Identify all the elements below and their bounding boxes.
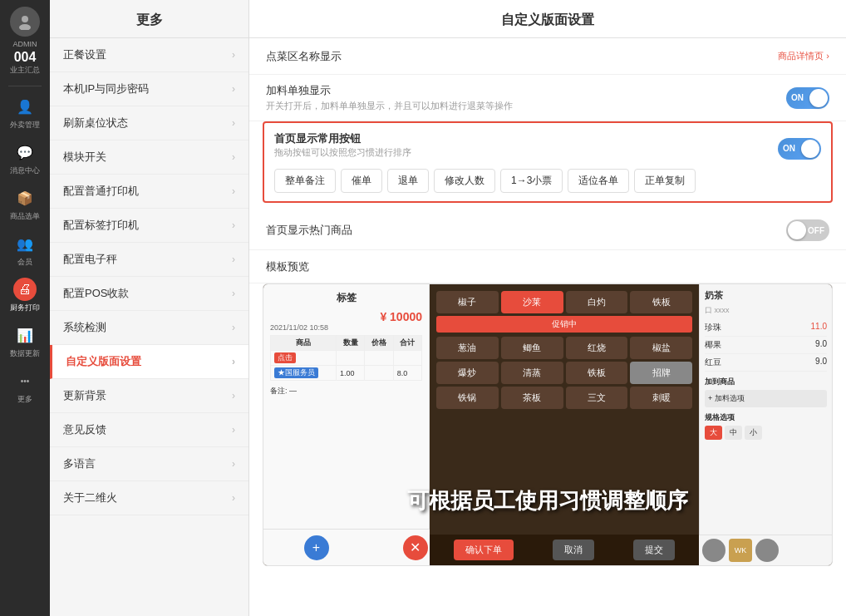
receipt-note: 备注: —	[270, 386, 422, 397]
quick-buttons-toggle-label: ON	[783, 144, 795, 153]
menu-item-feedback[interactable]: 意见反馈 ›	[50, 413, 248, 447]
menu-item-about[interactable]: 关于二维火 ›	[50, 481, 248, 515]
receipt-title: 标签	[270, 291, 422, 305]
sidebar-item-print[interactable]: 🖨 厨务打印	[10, 278, 40, 313]
action-btn-add[interactable]: +	[304, 535, 329, 560]
quick-buttons-list: 整单备注 催单 退单 修改人数 1→3小票 适位各单 正单复制	[274, 169, 821, 193]
menu-item-scale-label: 配置电子秤	[63, 252, 117, 267]
chevron-right-icon: ›	[232, 254, 235, 265]
menu-item-scale[interactable]: 配置电子秤 ›	[50, 243, 248, 277]
col-total: 合计	[393, 336, 421, 351]
table-row: ★国服务员 1.00 8.0	[271, 366, 422, 381]
menu-item-1[interactable]: 椒子	[436, 291, 499, 313]
submit-btn[interactable]: 提交	[633, 540, 675, 560]
sidebar-divider	[8, 86, 42, 86]
menu-item-13[interactable]: 铁锅	[436, 387, 499, 409]
item-qty	[336, 351, 364, 366]
sidebar-item-waiter[interactable]: 👤 外卖管理	[10, 95, 40, 131]
action-btn-cancel[interactable]: ✕	[403, 535, 428, 560]
sidebar: ADMIN 004 业主汇总 👤 外卖管理 💬 消息中心 📦 商品选单 👥 会员…	[0, 0, 50, 616]
chevron-right-icon: ›	[232, 219, 235, 231]
quick-btn-count[interactable]: 修改人数	[434, 169, 495, 193]
menu-item-pos[interactable]: 配置POS收款 ›	[50, 277, 248, 311]
confirm-order-btn[interactable]: 确认下单	[454, 540, 514, 560]
sidebar-item-members[interactable]: 👥 会员	[13, 232, 37, 268]
menu-item-background[interactable]: 更新背景 ›	[50, 379, 248, 413]
receipt-date: 2021/11/02 10:58	[270, 323, 422, 332]
chevron-right-icon: ›	[232, 49, 235, 61]
circle-btn-2[interactable]: WK	[729, 539, 752, 562]
menu-item-7[interactable]: 红烧	[566, 337, 628, 359]
circle-btn-3[interactable]	[755, 539, 779, 562]
hot-items-toggle-knob	[788, 221, 806, 239]
sidebar-item-more[interactable]: ••• 更多	[13, 369, 37, 405]
menu-item-module-label: 模块开关	[63, 150, 106, 165]
promo-banner: 促销中	[436, 316, 692, 333]
menu-item-ip[interactable]: 本机IP与同步密码 ›	[50, 72, 248, 106]
hot-items-toggle[interactable]: OFF	[786, 219, 829, 241]
sidebar-item-data[interactable]: 📊 数据更新	[10, 323, 40, 359]
quick-btn-split[interactable]: 适位各单	[568, 169, 629, 193]
quick-btn-urge[interactable]: 催单	[341, 169, 382, 193]
data-label: 数据更新	[10, 348, 40, 359]
sidebar-item-message[interactable]: 💬 消息中心	[10, 140, 40, 176]
admin-label: ADMIN	[13, 40, 37, 48]
quick-btn-note[interactable]: 整单备注	[274, 169, 336, 193]
quick-buttons-desc: 拖动按钮可以按照您习惯进行排序	[274, 146, 411, 159]
menu-item-3[interactable]: 白灼	[566, 291, 628, 313]
menu-item-16[interactable]: 刺暖	[630, 387, 692, 409]
receipt-panel: 标签 ¥ 10000 2021/11/02 10:58 商品 数量 价格 合计	[263, 284, 430, 565]
menu-item-syscheck[interactable]: 系统检测 ›	[50, 311, 248, 345]
menu-item-6[interactable]: 鲫鱼	[501, 337, 563, 359]
menu-item-module[interactable]: 模块开关 ›	[50, 140, 248, 175]
addon-info: 加料单独显示 开关打开后，加料单单独显示，并且可以加料进行退菜等操作	[266, 83, 513, 112]
menu-item-about-label: 关于二维火	[63, 490, 117, 505]
menu-item-5[interactable]: 葱油	[436, 337, 499, 359]
menu-item-2[interactable]: 沙莱	[501, 291, 563, 313]
chevron-right-icon: ›	[232, 288, 235, 299]
menu-item-printer1[interactable]: 配置普通打印机 ›	[50, 175, 248, 209]
spec-option-2[interactable]: 中	[725, 426, 742, 440]
menu-item-8[interactable]: 椒盐	[630, 337, 692, 359]
menu-item-14[interactable]: 茶板	[501, 387, 563, 409]
receipt-amount: ¥ 10000	[270, 310, 422, 323]
menu-item-12[interactable]: 招牌	[630, 362, 692, 384]
menu-item-zhengcan[interactable]: 正餐设置 ›	[50, 38, 248, 72]
chevron-right-icon: ›	[232, 492, 235, 504]
addon-toggle[interactable]: ON	[786, 87, 829, 109]
menu-item-11[interactable]: 铁板	[566, 362, 628, 384]
menu-item-10[interactable]: 清蒸	[501, 362, 563, 384]
item-total	[393, 351, 421, 366]
hot-items-toggle-label: OFF	[808, 226, 824, 235]
menu-item-printer2[interactable]: 配置标签打印机 ›	[50, 209, 248, 243]
quick-btn-ticket[interactable]: 1→3小票	[500, 169, 563, 193]
right-panel-count: 口 xxxx	[705, 305, 730, 316]
hot-items-title: 首页显示热门商品	[266, 223, 352, 238]
spec-option-3[interactable]: 小	[745, 426, 762, 440]
menu-item-refresh[interactable]: 刷新桌位状态 ›	[50, 106, 248, 140]
price-1: 11.0	[811, 322, 827, 331]
circle-btn-1[interactable]	[702, 539, 725, 562]
data-icon: 📊	[13, 323, 37, 347]
menu-item-language[interactable]: 多语言 ›	[50, 447, 248, 481]
cancel-btn[interactable]: 取消	[553, 540, 594, 560]
menu-item-feedback-label: 意见反馈	[63, 422, 106, 437]
quick-buttons-toggle[interactable]: ON	[778, 138, 821, 160]
menu-item-4[interactable]: 铁板	[630, 291, 692, 313]
price-2: 9.0	[815, 339, 827, 348]
product-detail-link[interactable]: 商品详情页 ›	[778, 50, 829, 62]
menu-item-syscheck-label: 系统检测	[63, 320, 106, 335]
menu-item-custom[interactable]: 自定义版面设置 ›	[50, 345, 248, 379]
spec-option-1[interactable]: 大	[705, 426, 722, 440]
quick-btn-return[interactable]: 退单	[387, 169, 429, 193]
menu-item-custom-label: 自定义版面设置	[66, 354, 141, 369]
products-icon: 📦	[13, 186, 37, 209]
quick-btn-copy[interactable]: 正单复制	[634, 169, 696, 193]
menu-item-15[interactable]: 三文	[566, 387, 628, 409]
settings-content: 点菜区名称显示 商品详情页 › 加料单独显示 开关打开后，加料单单独显示，并且可…	[249, 38, 846, 616]
addon-toggle-label: ON	[791, 93, 804, 102]
sidebar-item-products[interactable]: 📦 商品选单	[10, 186, 40, 222]
spec-options: 大 中 小	[705, 426, 827, 440]
menu-item-9[interactable]: 爆炒	[436, 362, 499, 384]
more-icon: •••	[13, 369, 37, 392]
